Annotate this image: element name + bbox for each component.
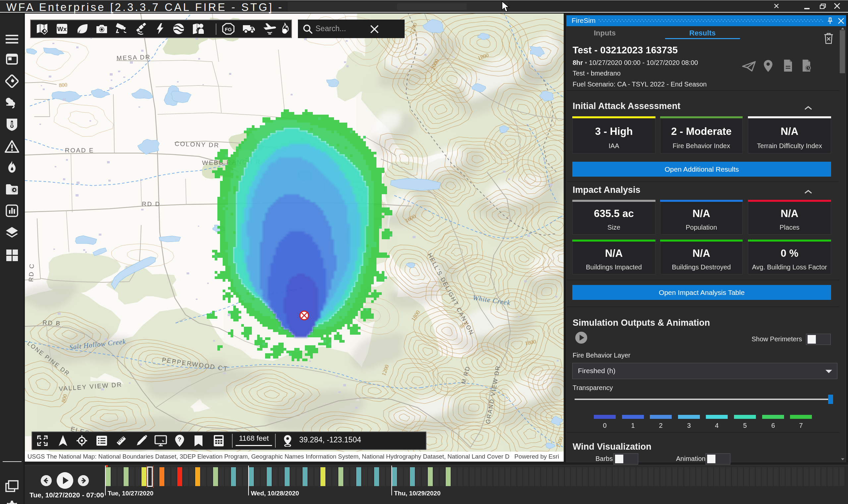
svg-text:ROAD E: ROAD E xyxy=(65,147,94,154)
svg-text:Wx: Wx xyxy=(57,25,67,33)
svg-text:800: 800 xyxy=(59,82,68,89)
svg-text:RD C: RD C xyxy=(28,263,35,282)
svg-text:FG: FG xyxy=(225,26,232,32)
svg-text:?: ? xyxy=(178,436,181,443)
svg-text:MESA DR: MESA DR xyxy=(116,53,151,61)
svg-text:RD D: RD D xyxy=(142,200,160,208)
svg-text:RD B: RD B xyxy=(42,319,61,327)
